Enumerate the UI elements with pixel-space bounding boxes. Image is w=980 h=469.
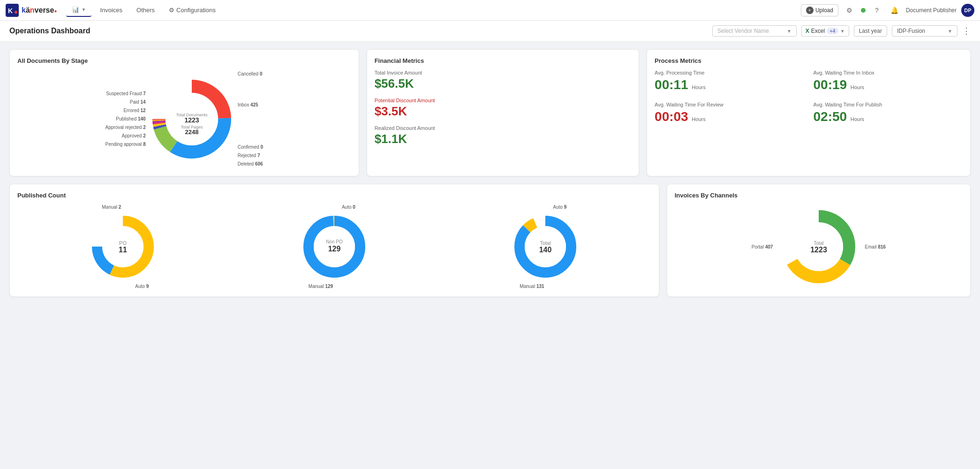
invoices-by-channels-title: Invoices By Channels bbox=[675, 192, 963, 199]
fin-item-2: Realized Discount Amount $1.1K bbox=[375, 125, 631, 146]
legend-pending-approval: Pending approval 8 bbox=[106, 140, 146, 149]
svg-text:1223: 1223 bbox=[184, 116, 199, 124]
po-svg: PO 11 bbox=[88, 212, 158, 282]
vendor-placeholder: Select Vendor Name bbox=[717, 28, 769, 34]
more-options-button[interactable]: ⋮ bbox=[962, 26, 971, 36]
invoices-by-channels-card: Invoices By Channels Portal 407 Total 12… bbox=[667, 184, 971, 297]
channels-donut: Total 1223 bbox=[776, 204, 861, 289]
fin-label-1: Potential Discount Amount bbox=[375, 98, 631, 103]
published-count-title: Published Count bbox=[17, 192, 651, 199]
docs-legend-right: Cancelled 0 Inbox 425 Confirmed 0 Reject… bbox=[238, 70, 263, 168]
nonpo-manual-label: Manual 129 bbox=[309, 284, 333, 289]
all-documents-chart: Suspected Fraud 7 Paid 14 Errored 12 Pub… bbox=[17, 70, 351, 168]
excel-label: Excel bbox=[811, 28, 825, 34]
fin-item-1: Potential Discount Amount $3.5K bbox=[375, 98, 631, 119]
chart-icon: 📊 bbox=[72, 6, 79, 13]
docs-donut-svg: Total Documents 1223 Total Pages 2248 bbox=[150, 77, 234, 161]
logo-text: känverse● bbox=[22, 6, 57, 15]
svg-text:129: 129 bbox=[328, 245, 340, 253]
legend-published: Published 140 bbox=[106, 115, 146, 123]
process-metrics-card: Process Metrics Avg. Processing Time 00:… bbox=[647, 49, 971, 176]
docs-legend-left: Suspected Fraud 7 Paid 14 Errored 12 Pub… bbox=[106, 90, 146, 149]
total-donut: Total 140 bbox=[510, 212, 580, 282]
total-donut-wrap: Auto 9 Total 140 Manual bbox=[510, 204, 580, 289]
others-label: Others bbox=[136, 7, 155, 14]
excel-chevron: ▼ bbox=[840, 29, 845, 34]
svg-text:2248: 2248 bbox=[185, 129, 198, 136]
svg-text:1223: 1223 bbox=[811, 246, 828, 254]
proc-item-2: Avg. Waiting Time For Review 00:03 Hours bbox=[655, 102, 804, 124]
proc-value-1: 00:19 bbox=[814, 77, 847, 92]
proc-item-0: Avg. Processing Time 00:11 Hours bbox=[655, 70, 804, 92]
nav-item-configurations[interactable]: ⚙ Configurations bbox=[163, 4, 221, 16]
proc-label-3: Avg. Waiting Time For Publish bbox=[814, 102, 963, 107]
user-name: Document Publisher bbox=[906, 7, 957, 14]
svg-text:PO: PO bbox=[119, 240, 127, 246]
vendor-chevron: ▼ bbox=[787, 29, 792, 34]
svg-text:Non PO: Non PO bbox=[326, 239, 343, 244]
proc-unit-3: Hours bbox=[851, 116, 864, 122]
fin-item-0: Total Invoice Amount $56.5K bbox=[375, 70, 631, 91]
upload-button[interactable]: ＋ Upload bbox=[801, 4, 838, 16]
proc-item-3: Avg. Waiting Time For Publish 02:50 Hour… bbox=[814, 102, 963, 124]
legend-cancelled: Cancelled 0 bbox=[238, 70, 263, 78]
proc-unit-2: Hours bbox=[692, 116, 705, 122]
process-metrics-title: Process Metrics bbox=[655, 57, 963, 64]
nonpo-svg: Non PO 129 bbox=[299, 212, 369, 282]
invoices-label: Invoices bbox=[100, 7, 122, 14]
svg-point-2 bbox=[15, 11, 17, 14]
svg-text:Total: Total bbox=[540, 240, 551, 246]
published-donuts: Manual 2 PO 11 Auto 9 bbox=[17, 204, 651, 289]
svg-text:Total: Total bbox=[814, 241, 824, 246]
nav-item-invoices[interactable]: Invoices bbox=[94, 4, 128, 16]
excel-button[interactable]: X Excel +4 ▼ bbox=[801, 25, 849, 37]
proc-value-3: 02:50 bbox=[814, 109, 847, 124]
upload-plus-icon: ＋ bbox=[806, 7, 814, 14]
vendor-select[interactable]: Select Vendor Name ▼ bbox=[712, 25, 797, 37]
po-auto-label: Auto 9 bbox=[135, 284, 149, 289]
top-nav: K känverse● 📊 ▼ Invoices Others ⚙ Config… bbox=[0, 0, 980, 21]
published-count-card: Published Count Manual 2 PO bbox=[9, 184, 659, 297]
fin-value-0: $56.5K bbox=[375, 76, 631, 91]
legend-inbox: Inbox 425 bbox=[238, 101, 263, 109]
process-grid: Avg. Processing Time 00:11 Hours Avg. Wa… bbox=[655, 70, 963, 124]
main-content: All Documents By Stage Suspected Fraud 7… bbox=[0, 42, 980, 312]
financial-metrics-title: Financial Metrics bbox=[375, 57, 631, 64]
nav-item-others[interactable]: Others bbox=[131, 4, 160, 16]
legend-confirmed: Confirmed 0 bbox=[238, 143, 263, 151]
help-icon[interactable]: ? bbox=[870, 4, 883, 17]
settings-icon[interactable]: ⚙ bbox=[843, 4, 856, 17]
idp-label: IDP-Fusion bbox=[897, 28, 925, 34]
proc-label-0: Avg. Processing Time bbox=[655, 70, 804, 76]
po-donut-wrap: Manual 2 PO 11 Auto 9 bbox=[88, 204, 158, 289]
header-controls: Select Vendor Name ▼ X Excel +4 ▼ Last y… bbox=[712, 25, 971, 37]
page-header: Operations Dashboard Select Vendor Name … bbox=[0, 21, 980, 42]
financial-metrics-card: Financial Metrics Total Invoice Amount $… bbox=[367, 49, 639, 176]
proc-label-2: Avg. Waiting Time For Review bbox=[655, 102, 804, 107]
legend-rejected: Rejected 7 bbox=[238, 151, 263, 160]
nav-right: ＋ Upload ⚙ ? 🔔 Document Publisher DP bbox=[801, 4, 974, 17]
proc-value-0: 00:11 bbox=[655, 77, 688, 92]
idp-chevron: ▼ bbox=[948, 29, 952, 34]
upload-label: Upload bbox=[815, 7, 833, 14]
proc-unit-1: Hours bbox=[851, 84, 864, 90]
legend-errored: Errored 12 bbox=[106, 106, 146, 115]
config-label: Configurations bbox=[176, 7, 216, 14]
total-manual-label: Manual 131 bbox=[520, 284, 544, 289]
date-range-select[interactable]: Last year bbox=[854, 25, 887, 37]
fin-label-2: Realized Discount Amount bbox=[375, 125, 631, 131]
avatar: DP bbox=[961, 4, 974, 17]
page-title: Operations Dashboard bbox=[9, 27, 90, 35]
nav-item-chart[interactable]: 📊 ▼ bbox=[66, 3, 91, 17]
cards-row-2: Published Count Manual 2 PO bbox=[9, 184, 971, 297]
svg-text:140: 140 bbox=[539, 246, 552, 254]
nonpo-donut: Non PO 129 bbox=[299, 212, 369, 282]
config-icon: ⚙ bbox=[169, 7, 174, 14]
notification-icon[interactable]: 🔔 bbox=[888, 4, 901, 17]
proc-value-2: 00:03 bbox=[655, 109, 688, 124]
filter-badge: +4 bbox=[827, 28, 838, 34]
channels-portal-label: Portal 407 bbox=[752, 244, 773, 250]
proc-unit-0: Hours bbox=[692, 84, 705, 90]
po-manual-label: Manual 2 bbox=[102, 204, 121, 210]
idp-select[interactable]: IDP-Fusion ▼ bbox=[892, 25, 957, 37]
